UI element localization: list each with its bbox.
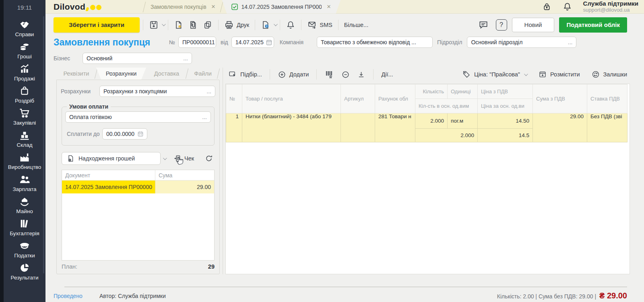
dilovod-logo[interactable]: Dilovod xyxy=(54,2,102,12)
add-button[interactable]: Додати xyxy=(275,69,312,80)
item-row[interactable]: 1 Нитки (блакитний) - 3484 (або 179 281 … xyxy=(226,113,627,129)
price-type-button[interactable]: Ціна: "Прайсова" xyxy=(459,68,530,80)
place-button[interactable]: Розмістити xyxy=(535,68,583,80)
pay-until-field[interactable]: 00.00.0000 xyxy=(102,128,147,140)
save-icon[interactable] xyxy=(147,18,161,31)
sidebar-item-maino[interactable]: Майно xyxy=(4,194,45,216)
document-info-icon[interactable] xyxy=(258,18,273,31)
sidebar-item-podatky[interactable]: Податки xyxy=(4,238,45,260)
col-price-base[interactable]: Ціна за осн. од.ви xyxy=(478,99,533,113)
sidebar-item-sklad[interactable]: Склад xyxy=(4,127,45,150)
doc-number-field[interactable]: ПР00000011 xyxy=(178,37,216,48)
col-unit[interactable]: Одиниці xyxy=(448,84,478,99)
item-price[interactable]: 14.50 xyxy=(478,113,533,129)
stock-button[interactable]: Залишки xyxy=(588,68,630,80)
sidebar-item-rezultaty[interactable]: Результати xyxy=(4,260,45,282)
tab-rozrakhunky[interactable]: Розрахунки xyxy=(96,68,146,80)
template-star-icon[interactable] xyxy=(171,18,186,31)
col-sum[interactable]: Сума з ПДВ xyxy=(533,84,587,113)
picker-ellipsis[interactable]: ... xyxy=(204,88,211,95)
col-qty[interactable]: Кількість xyxy=(415,84,448,99)
picker-ellipsis[interactable]: ... xyxy=(566,39,573,45)
save-close-button[interactable]: Зберегти і закрити xyxy=(54,17,140,33)
payment-doc-row[interactable]: 14.07.2025 Замовлення ПР00000 29.00 xyxy=(62,181,214,193)
col-account[interactable]: Рахунок обл xyxy=(375,84,415,113)
item-vat[interactable]: Без ПДВ (зві xyxy=(587,113,627,142)
settlement-field[interactable]: Розрахунки з покупцями ... xyxy=(99,86,215,97)
department-field[interactable]: Основний підрозділ ... xyxy=(467,37,576,48)
chevron-down-icon[interactable] xyxy=(524,72,528,76)
sms-button[interactable]: SMS xyxy=(305,18,334,31)
item-account[interactable]: 281 Товари н xyxy=(375,113,415,142)
new-button[interactable]: Новий xyxy=(512,18,555,32)
col-num[interactable]: № xyxy=(226,84,242,113)
help-button[interactable]: ? xyxy=(496,19,507,31)
summary-text: Кількість: 2.00 | Сума без ПДВ: 29.00 | xyxy=(497,293,596,300)
print-button[interactable]: Друк xyxy=(222,18,252,31)
item-price-base[interactable]: 14.5 xyxy=(478,129,533,142)
chevron-down-icon[interactable] xyxy=(163,156,167,160)
item-num[interactable]: 1 xyxy=(226,113,242,142)
copy-icon[interactable] xyxy=(200,18,215,31)
officer-cap-icon xyxy=(19,240,31,252)
sidebar-item-spravy[interactable]: Справи xyxy=(4,17,45,39)
chevron-down-icon[interactable] xyxy=(162,22,166,26)
item-qty-base[interactable]: 2.000 xyxy=(415,129,478,142)
sidebar-item-zakupivli[interactable]: Закупівлі xyxy=(4,105,45,127)
col-article[interactable]: Артикул xyxy=(341,84,375,113)
calendar-icon[interactable] xyxy=(135,131,143,137)
sidebar-item-bukhhalteriia[interactable]: Бухгалтерія xyxy=(4,216,45,238)
col-qty-base[interactable]: Кіл-сть в осн. од.вим xyxy=(415,99,478,113)
divider xyxy=(218,20,219,30)
sidebar-item-rozdrib[interactable]: Роздріб xyxy=(4,83,45,105)
more-button[interactable]: Більше... xyxy=(342,20,371,30)
tab-rekvizyty[interactable]: Реквізити xyxy=(56,68,96,80)
picker-ellipsis[interactable]: ... xyxy=(181,55,188,62)
business-field[interactable]: Основний ... xyxy=(83,53,192,64)
sidebar-item-zarplata[interactable]: Зарплата xyxy=(4,172,45,194)
picker-ellipsis[interactable]: ... xyxy=(200,114,207,120)
item-article[interactable] xyxy=(341,113,375,142)
attachment-paperclip-icon[interactable] xyxy=(186,18,200,31)
sidebar-item-prodazhi[interactable]: Продажі xyxy=(4,61,45,83)
lock-icon[interactable] xyxy=(542,2,551,11)
chevron-down-icon[interactable] xyxy=(274,22,278,26)
calendar-icon[interactable] xyxy=(264,39,272,45)
tab-current-order[interactable]: 14.07.2025 Замовлення ПР0000 ✕ xyxy=(222,0,341,14)
pick-button[interactable]: Підбір... xyxy=(225,68,265,80)
notifications-bell-icon[interactable] xyxy=(563,2,572,11)
reminder-bell-icon[interactable] xyxy=(283,18,298,31)
item-product[interactable]: Нитки (блакитний) - 3484 (або 179 xyxy=(242,113,341,142)
company-field[interactable]: Товариство з обмеженою відповід ... xyxy=(317,37,433,48)
actions-button[interactable]: Дії... xyxy=(378,70,396,79)
col-price[interactable]: Ціна з ПДВ xyxy=(478,84,533,99)
items-panel: Підбір... Додати Дії... Ціна: "Прайсова" xyxy=(225,68,630,274)
doc-date-field[interactable]: 14.07.2025 xyxy=(231,37,274,48)
refresh-icon[interactable] xyxy=(203,152,215,164)
minus-circle-icon[interactable] xyxy=(339,69,353,80)
sidebar-scrollbar[interactable] xyxy=(43,16,44,273)
col-product[interactable]: Товар / послуга xyxy=(242,84,341,113)
posted-status[interactable]: Проведено xyxy=(54,293,83,299)
tax-accounting-button[interactable]: Податковий облік xyxy=(559,17,627,33)
close-icon[interactable]: ✕ xyxy=(326,4,331,10)
money-receipt-button[interactable]: Надходження грошей xyxy=(62,152,161,165)
tab-customer-orders[interactable]: Замовлення покупців ✕ xyxy=(144,0,222,14)
barcode-icon[interactable] xyxy=(322,68,337,81)
item-sum[interactable]: 29.00 xyxy=(533,113,587,142)
tab-dostavka[interactable]: Доставка xyxy=(146,68,187,80)
item-unit[interactable]: пог.м xyxy=(448,113,478,129)
comment-icon[interactable] xyxy=(476,18,491,32)
payment-doc-name[interactable]: 14.07.2025 Замовлення ПР00000 xyxy=(62,181,155,193)
item-qty[interactable]: 2.000 xyxy=(415,113,448,129)
payment-doc-sum[interactable]: 29.00 xyxy=(155,181,214,193)
close-icon[interactable]: ✕ xyxy=(211,4,216,10)
pay-until-label: Сплатити до xyxy=(65,131,102,137)
move-down-icon[interactable] xyxy=(354,69,368,80)
sidebar-item-vyrobnytstvo[interactable]: Виробництво xyxy=(4,150,45,172)
people-icon xyxy=(19,173,30,185)
tab-faily[interactable]: Файли xyxy=(187,68,219,80)
sidebar-item-hroshi[interactable]: Гроші xyxy=(4,39,45,61)
col-vat[interactable]: Ставка ПДВ xyxy=(587,84,627,113)
payment-method-field[interactable]: Оплата готівкою ... xyxy=(65,111,211,123)
